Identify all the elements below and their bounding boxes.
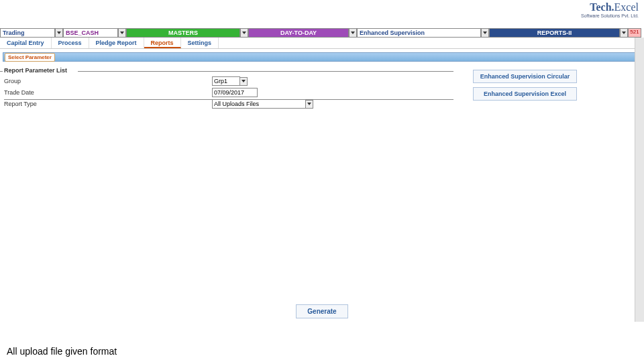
generate-wrap: Generate [0,304,644,318]
generate-button[interactable]: Generate [296,304,347,318]
enhanced-supervision-circular-button[interactable]: Enhanced Supervision Circular [473,70,577,83]
trade-date-input[interactable] [212,88,258,97]
menu-enhanced-supervision[interactable]: Enhanced Supervision [357,28,481,38]
main-menubar: Trading BSE_CASH MASTERS DAY-TO-DAY Enha… [0,28,644,38]
menu-masters-dropdown-icon[interactable] [240,28,248,38]
brand-logo: Tech.Excel Software Solutions Pvt. Ltd. [581,1,639,18]
side-buttons-panel: Enhanced Supervision Circular Enhanced S… [473,70,587,105]
submenu-pledge-report[interactable]: Pledge Report [89,38,144,48]
trade-date-label: Trade Date [4,89,212,96]
report-parameter-panel: Report Parameter List Group Trade Date R… [4,67,453,111]
report-type-select[interactable] [212,99,306,109]
group-label: Group [4,78,212,84]
parameter-divider [4,99,453,100]
menu-day-dropdown-icon[interactable] [349,28,357,38]
vertical-scrollbar[interactable] [635,38,644,322]
enhanced-supervision-excel-button[interactable]: Enhanced Supervision Excel [473,87,577,101]
submenu-capital-entry[interactable]: Capital Entry [0,38,52,48]
select-parameter-tab[interactable]: Select Parameter [5,53,55,62]
group-select[interactable] [212,76,240,86]
report-type-label: Report Type [4,101,212,107]
menu-enhanced-dropdown-icon[interactable] [481,28,489,38]
brand-name-a: Tech. [590,1,614,13]
menu-bse-dropdown-icon[interactable] [118,28,126,38]
group-dropdown-icon[interactable] [239,77,248,86]
menu-day-to-day[interactable]: DAY-TO-DAY [248,28,349,38]
parameter-header-bar: Select Parameter [3,52,641,62]
brand-name-b: Excel [614,1,639,13]
menu-trading-dropdown-icon[interactable] [55,28,63,38]
fieldset-title: Report Parameter List [4,67,453,74]
footer-note: All upload file given format [7,346,117,357]
brand-tagline: Software Solutions Pvt. Ltd. [581,13,639,18]
menu-end-badge[interactable]: 521 [628,28,641,38]
menu-masters[interactable]: MASTERS [126,28,240,38]
menu-bse-cash[interactable]: BSE_CASH [63,28,118,38]
menu-reports-dropdown-icon[interactable] [620,28,628,38]
menu-reports-ii[interactable]: REPORTS-II [489,28,620,38]
submenu-reports[interactable]: Reports [144,38,181,48]
submenu-settings[interactable]: Settings [181,38,219,48]
submenu-process[interactable]: Process [52,38,89,48]
submenu-bar: Capital Entry Process Pledge Report Repo… [0,38,644,49]
menu-trading[interactable]: Trading [0,28,55,38]
report-type-dropdown-icon[interactable] [305,100,313,109]
